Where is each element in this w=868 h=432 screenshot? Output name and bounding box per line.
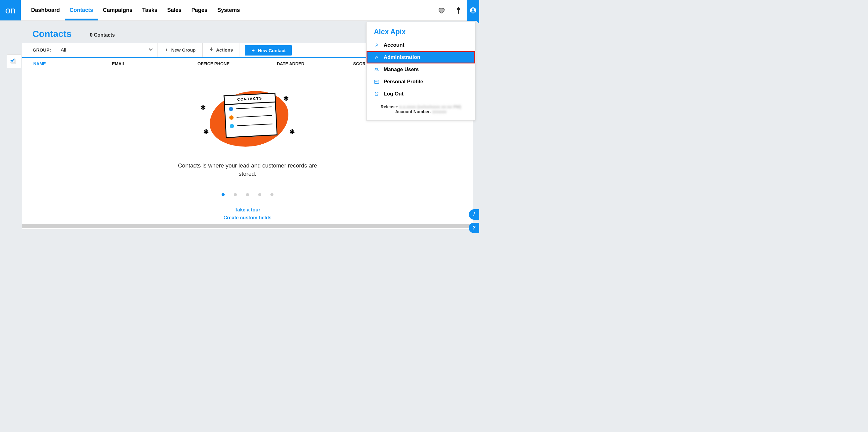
col-name[interactable]: NAME ↓ [30,61,112,66]
col-score[interactable]: SCORE [338,61,368,66]
carousel-dot-4[interactable] [258,193,261,196]
account-number-label: Account Number: [395,109,431,114]
menu-log-out[interactable]: Log Out [367,88,475,100]
new-group-button[interactable]: ＋ New Group [157,43,203,57]
plus-icon: ＋ [164,47,169,53]
contact-count: 0 Contacts [90,32,115,39]
take-tour-link[interactable]: Take a tour [22,207,473,213]
top-nav: on Dashboard Contacts Campaigns Tasks Sa… [0,0,479,21]
help-float-button[interactable]: ? [469,223,479,233]
user-icon [374,43,379,47]
favorite-icon[interactable] [433,0,450,21]
actions-button[interactable]: Actions [203,43,240,57]
col-date[interactable]: DATE ADDED [277,61,338,66]
chevron-down-icon [149,47,153,53]
main-nav: Dashboard Contacts Campaigns Tasks Sales… [26,0,245,21]
svg-point-7 [377,69,378,70]
nav-pages[interactable]: Pages [186,0,212,21]
nav-contacts[interactable]: Contacts [65,0,98,21]
account-number-value: xxxxxx [432,109,446,114]
idcard-icon [374,79,379,84]
page-title: Contacts [32,29,71,39]
menu-log-out-label: Log Out [384,91,403,97]
svg-point-9 [375,81,376,82]
carousel-dot-3[interactable] [246,193,249,196]
users-icon [374,67,379,72]
release-value: x.x.xxxx (xx/xx/xxxx xx:xx PM) [400,104,461,109]
nav-tasks[interactable]: Tasks [137,0,162,21]
user-menu-meta: Release: x.x.xxxx (xx/xx/xxxx xx:xx PM) … [367,100,475,120]
carousel-dot-1[interactable] [222,193,225,196]
menu-manage-users[interactable]: Manage Users [367,63,475,76]
group-value: All [61,47,66,53]
nav-dashboard[interactable]: Dashboard [26,0,65,21]
col-email[interactable]: EMAIL [112,61,197,66]
svg-point-1 [472,8,474,10]
actions-label: Actions [216,47,233,53]
wrench-icon [374,55,379,60]
select-all-checkbox[interactable] [7,54,21,68]
logo[interactable]: on [0,0,21,21]
col-phone[interactable]: OFFICE PHONE [197,61,277,66]
new-group-label: New Group [171,47,196,53]
menu-administration-label: Administration [384,54,420,60]
col-name-label: NAME [33,61,46,66]
divider [240,43,240,57]
info-float-button[interactable]: i [469,209,479,220]
menu-manage-users-label: Manage Users [384,67,419,73]
sort-arrow-icon: ↓ [47,61,49,66]
empty-illustration: CONTACTS ✱ ✱ ✱ ✱ [197,86,298,149]
topbar-right [433,0,479,21]
carousel-dots [22,193,473,196]
carousel-dot-2[interactable] [234,193,237,196]
menu-administration[interactable]: Administration [367,51,475,63]
group-label: GROUP: [22,43,57,57]
nav-campaigns[interactable]: Campaigns [98,0,137,21]
bolt-icon [209,47,214,53]
menu-account-label: Account [384,42,404,48]
release-label: Release: [380,104,398,109]
new-contact-button[interactable]: ＋ New Contact [245,45,292,56]
menu-personal-profile[interactable]: Personal Profile [367,76,475,88]
user-menu: Alex Apix Account Administration Manage … [366,22,475,121]
user-avatar-tab[interactable] [467,0,479,21]
logout-icon [374,92,379,96]
nav-sales[interactable]: Sales [162,0,186,21]
menu-personal-profile-label: Personal Profile [384,79,423,85]
svg-point-6 [375,68,377,70]
svg-point-5 [376,44,377,45]
user-name: Alex Apix [367,22,475,39]
group-select[interactable]: All [57,43,157,57]
carousel-dot-5[interactable] [271,193,274,196]
empty-message: Contacts is where your lead and customer… [177,162,318,178]
new-contact-label: New Contact [258,48,286,53]
nav-systems[interactable]: Systems [212,0,245,21]
pin-icon[interactable] [450,0,467,21]
horizontal-scrollbar[interactable] [22,224,473,228]
plus-icon: ＋ [251,47,255,54]
create-fields-link[interactable]: Create custom fields [22,215,473,221]
empty-links: Take a tour Create custom fields [22,207,473,221]
menu-account[interactable]: Account [367,39,475,51]
